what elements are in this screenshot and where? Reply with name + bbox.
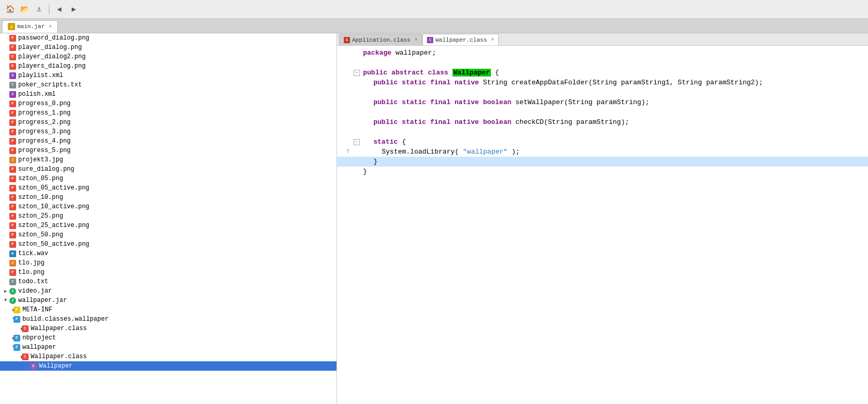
tree-item-szton-05-png[interactable]: Pszton_05.png [0,174,336,183]
code-line-loadlib: 7 System.loadLibrary( "wallpaper" ); [337,147,868,157]
anchor-icon[interactable]: ⚓ [33,4,45,15]
tree-item-progress-3-png[interactable]: Pprogress_3.png [0,127,336,136]
tree-item-label: playlist.xml [18,72,63,79]
folder-open-icon[interactable]: 📂 [19,4,30,15]
fold-class-icon[interactable]: − [354,70,360,76]
tree-item-playlist-xml[interactable]: Xplaylist.xml [0,71,336,80]
tree-item-sure-dialog-png[interactable]: Psure_dialog.png [0,165,336,174]
jar-icon: J [8,296,17,305]
tree-item-label: tlo.png [18,269,44,276]
tree-arrow: ▶ [2,288,8,294]
png-icon: P [8,146,17,155]
jar-tab-icon: J [8,23,15,30]
tree-item-Wallpaper-class[interactable]: ▶CWallpaper.class [0,324,336,333]
tree-item-szton-50-active-png[interactable]: Pszton_50_active.png [0,239,336,249]
tree-item-Wallpaper-class[interactable]: ▶CWallpaper.class [0,352,336,361]
tree-item-wallpaper[interactable]: ▼Pwallpaper [0,343,336,352]
tree-item-polish-xml[interactable]: Xpolish.xml [0,90,336,99]
tree-item-progress-1-png[interactable]: Pprogress_1.png [0,108,336,118]
code-line-empty-3 [337,107,868,117]
tree-item-label: wallpaper [22,344,56,351]
code-line-close-static: } [337,157,868,167]
jpg-icon: J [8,259,17,267]
pkg-icon: P [12,343,21,351]
wallpaper-tab-close[interactable]: × [491,37,494,43]
tree-item-player-dialog-png[interactable]: Pplayer_dialog.png [0,43,336,52]
tree-item-label: poker_scripts.txt [18,81,82,89]
tree-item-szton-10-png[interactable]: Pszton_10.png [0,193,336,202]
png-icon: P [8,137,17,145]
tree-item-tlo-png[interactable]: Ptlo.png [0,268,336,277]
tree-item-build-classes-wallpaper[interactable]: ▼Pbuild.classes.wallpaper [0,314,336,324]
main-tab-bar: J main.jar × [0,19,868,33]
tree-item-szton-10-active-png[interactable]: Pszton_10_active.png [0,202,336,211]
code-editor[interactable]: package wallpaper; − [337,46,868,404]
folder-icon: F [12,306,21,314]
png-icon: P [8,43,17,52]
tree-item-szton-25-png[interactable]: Pszton_25.png [0,211,336,221]
tree-item-projekt3-jpg[interactable]: Jprojekt3.jpg [0,155,336,165]
tree-item-poker-scripts-txt[interactable]: Tpoker_scripts.txt [0,80,336,90]
application-tab-icon: C [344,37,350,43]
tree-item-label: tick.wav [18,250,48,257]
txt-icon: T [8,81,17,89]
tree-arrow: ▼ [2,345,12,350]
tree-item-label: Wallpaper [39,362,73,370]
application-class-tab[interactable]: C Application.class × [339,34,422,45]
toolbar-separator [49,4,49,15]
tree-item-META-INF[interactable]: ▶FMETA-INF [0,305,336,314]
fold-static-icon[interactable]: − [354,139,360,145]
code-line-class-decl: − public abstract class Wallpaper { [337,68,868,78]
png-icon: P [8,34,17,42]
tree-item-todo-txt[interactable]: Ttodo.txt [0,277,336,286]
tree-item-szton-50-png[interactable]: Pszton_50.png [0,230,336,239]
tree-item-tlo-jpg[interactable]: Jtlo.jpg [0,258,336,268]
arrow-back-icon[interactable]: ◀ [54,4,65,15]
code-line-method1: public static final native String create… [337,78,868,87]
classname-highlight: Wallpaper [452,69,491,77]
tree-item-label: progress_4.png [18,137,71,145]
class-icon: C [21,352,29,361]
tree-item-label: szton_50_active.png [18,241,89,248]
wallpaper-tab-label: Wallpaper.class [435,37,487,43]
main-jar-tab[interactable]: J main.jar × [2,20,58,33]
code-line-close-class: } [337,167,868,176]
code-line-method2: public static final native boolean setWa… [337,97,868,107]
tree-item-szton-05-active-png[interactable]: Pszton_05_active.png [0,183,336,193]
application-tab-close[interactable]: × [414,37,418,43]
string-wallpaper: "wallpaper" [463,148,508,156]
tree-item-label: progress_0.png [18,100,71,107]
tree-item-video-jar[interactable]: ▶Jvideo.jar [0,286,336,296]
xml-icon: X [8,71,17,80]
wallpaper-class-tab[interactable]: C Wallpaper.class × [422,34,499,45]
tree-item-wallpaper-jar[interactable]: ▼Jwallpaper.jar [0,296,336,305]
tree-item-player-dialog2-png[interactable]: Pplayer_dialog2.png [0,52,336,61]
editor-tab-bar: C Application.class × C Wallpaper.class … [337,33,868,46]
tree-arrow: ▼ [2,298,8,303]
code-line-empty-1 [337,58,868,68]
tree-item-label: wallpaper.jar [18,297,67,304]
home-icon[interactable]: 🏠 [4,4,16,15]
tree-item-label: szton_05_active.png [18,184,89,192]
tree-item-nbproject[interactable]: ▶Pnbproject [0,333,336,343]
wallpaper-tab-icon: C [427,37,433,43]
tree-item-progress-2-png[interactable]: Pprogress_2.png [0,118,336,127]
tree-item-progress-0-png[interactable]: Pprogress_0.png [0,99,336,108]
tree-item-szton-25-active-png[interactable]: Pszton_25_active.png [0,221,336,230]
tree-arrow: ▶ [2,354,21,360]
png-icon: P [8,165,17,173]
tree-item-label: players_dialog.png [18,62,86,70]
tree-item-label: szton_10.png [18,194,63,201]
arrow-forward-icon[interactable]: ▶ [68,4,80,15]
main-jar-tab-close[interactable]: × [49,24,52,30]
tree-item-tick-wav[interactable]: Wtick.wav [0,249,336,258]
tree-item-players-dialog-png[interactable]: Pplayers_dialog.png [0,61,336,71]
pkg-icon: P [12,334,21,342]
tree-item-progress-5-png[interactable]: Pprogress_5.png [0,146,336,155]
tree-item-Wallpaper[interactable]: CWallpaper [0,361,336,371]
code-line-empty-4 [337,127,868,137]
tree-item-progress-4-png[interactable]: Pprogress_4.png [0,136,336,146]
code-content: package wallpaper; − [337,46,868,404]
tree-item-label: tlo.jpg [18,259,44,267]
tree-item-password-dialog-png[interactable]: Ppassword_dialog.png [0,33,336,43]
